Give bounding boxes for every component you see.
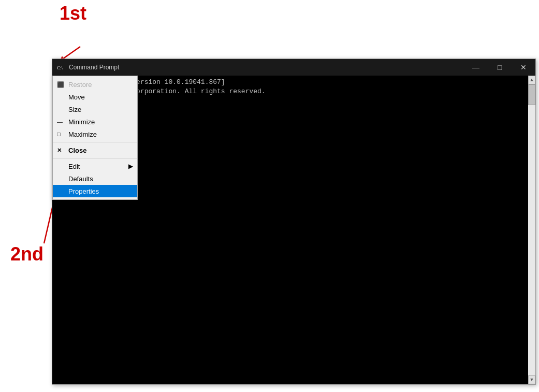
titlebar-text: Command Prompt	[69, 64, 464, 71]
close-button[interactable]: ✕	[512, 59, 535, 76]
scrollbar-track[interactable]	[528, 84, 535, 375]
menu-item-minimize[interactable]: — Minimize	[53, 115, 137, 128]
menu-item-defaults[interactable]: Defaults	[53, 172, 137, 185]
menu-item-restore[interactable]: ⬛ Restore	[53, 78, 137, 91]
minimize-menu-icon: —	[57, 119, 63, 125]
scrollbar-thumb[interactable]	[528, 84, 535, 105]
terminal-scrollbar[interactable]: ▲ ▼	[528, 76, 535, 384]
command-prompt-window: C:\ Command Prompt — □ ✕ ⬛ Restore Move …	[52, 59, 536, 385]
menu-item-size[interactable]: Size	[53, 103, 137, 115]
menu-item-maximize[interactable]: □ Maximize	[53, 128, 137, 140]
svg-text:C:\: C:\	[57, 65, 63, 70]
menu-item-properties[interactable]: Properties	[53, 185, 137, 197]
titlebar-icon: C:\	[55, 62, 66, 72]
close-menu-icon: ✕	[57, 147, 62, 154]
titlebar-controls: — □ ✕	[464, 59, 535, 76]
edit-submenu-arrow: ▶	[128, 163, 133, 170]
menu-separator-1	[53, 142, 137, 142]
scrollbar-down-button[interactable]: ▼	[528, 375, 535, 384]
annotation-second: 2nd	[10, 243, 43, 265]
maximize-menu-icon: □	[57, 131, 61, 137]
title-bar: C:\ Command Prompt — □ ✕	[52, 59, 535, 76]
scrollbar-up-button[interactable]: ▲	[528, 76, 535, 84]
menu-item-edit[interactable]: Edit ▶	[53, 160, 137, 172]
menu-item-close[interactable]: ✕ Close	[53, 144, 137, 156]
maximize-button[interactable]: □	[488, 59, 512, 76]
menu-separator-2	[53, 158, 137, 158]
minimize-button[interactable]: —	[464, 59, 488, 76]
menu-item-move[interactable]: Move	[53, 91, 137, 103]
restore-icon: ⬛	[57, 81, 64, 88]
annotation-first: 1st	[60, 3, 86, 24]
system-context-menu: ⬛ Restore Move Size — Minimize □ Maximiz…	[52, 76, 138, 200]
